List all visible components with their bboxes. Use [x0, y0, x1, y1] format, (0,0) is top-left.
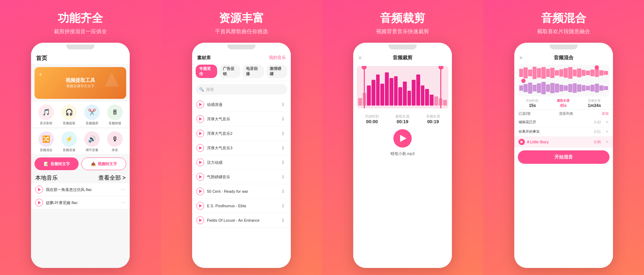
track-play-triangle — [521, 141, 523, 143]
tab-ads[interactable]: 广告促销 — [219, 65, 241, 78]
mix-cut-value: 45s — [557, 103, 570, 108]
mix-track-2[interactable]: A Little Story 0:45 ✕ — [514, 137, 613, 148]
download-icon-2[interactable]: ⬇ — [280, 130, 287, 137]
lib-play-5[interactable] — [196, 173, 204, 181]
download-icon-6[interactable]: ⬇ — [280, 188, 287, 195]
mix-selected-row: 已选3首 混音列表 添加 — [514, 110, 613, 118]
download-icon-7[interactable]: ⬇ — [280, 202, 287, 209]
icon-music-label: 音乐彩铃 — [40, 121, 53, 126]
lib-item-4[interactable]: 活力动感 ⬇ — [192, 155, 291, 170]
audio-icon: 📝 — [44, 162, 49, 166]
track-time-0: 0:42 — [594, 120, 601, 124]
icon-music[interactable]: 🎵 音乐彩铃 — [38, 104, 54, 126]
lib-item-0[interactable]: 动感浪漫 ⬇ — [192, 97, 291, 112]
download-icon-4[interactable]: ⬇ — [280, 159, 287, 166]
lib-play-0[interactable] — [196, 101, 204, 108]
download-icon-1[interactable]: ⬇ — [280, 115, 287, 122]
lib-item-7[interactable]: E.S. Posthumus - Ebla ⬇ — [192, 199, 291, 213]
tab-featured[interactable]: 专题宣传 — [196, 65, 217, 78]
icon-join[interactable]: 🎚 音频拼接 — [107, 104, 123, 126]
mix-track-0[interactable]: 城南花已开 0:42 ✕ — [514, 118, 613, 127]
lib-item-5[interactable]: 气势磅礴音乐 ⬇ — [192, 170, 291, 184]
mix-start-time: 开始时刻 15s — [526, 98, 539, 108]
download-icon-0[interactable]: ⬇ — [280, 101, 287, 108]
mix-audio-len: 音频长度 1m34s — [588, 98, 601, 108]
audio-to-text-button[interactable]: 📝 音频转文字 — [35, 157, 79, 170]
start-mix-button[interactable]: 开始混音 — [518, 150, 609, 164]
lib-mymusic[interactable]: 我的音乐 — [269, 55, 286, 61]
panel4-subtitle: 截取喜欢片段随意融合 — [537, 28, 590, 35]
icon-music-circle: 🎵 — [38, 104, 54, 120]
icons-row-2: 🔀 音频混合 ⚡ 音频变速 🔊 调节音量 🎙 录音 — [31, 128, 130, 154]
panel-audio-cut: 音频裁剪 视频背景音乐快速裁剪 × 音频裁剪 — [322, 0, 483, 275]
lib-play-7[interactable] — [196, 202, 204, 210]
cut-close-icon[interactable]: × — [358, 54, 362, 62]
cut-play-button[interactable] — [393, 129, 412, 148]
section-more[interactable]: 查看全部 > — [98, 174, 126, 182]
panel2-title: 资源丰富 — [219, 11, 264, 26]
tab-intense[interactable]: 激情磅礴 — [266, 65, 288, 78]
icon-record[interactable]: 🎙 录音 — [107, 131, 123, 153]
dots-icon-1[interactable]: ··· — [121, 199, 125, 206]
track-close-0[interactable]: ✕ — [605, 120, 609, 125]
phone-notch-bar-2 — [192, 43, 291, 51]
icon-volume[interactable]: 🔊 调节音量 — [84, 131, 100, 153]
lib-name-5: 气势磅礴音乐 — [207, 174, 277, 180]
cut-handle-right[interactable] — [440, 66, 441, 108]
lib-play-2[interactable] — [196, 130, 204, 137]
cut-handle-left[interactable] — [364, 66, 365, 108]
phone-frame-2: 素材库 我的音乐 专题宣传 广告促销 电音劲爆 激情磅礴 🔍 搜索 动感浪漫 — [192, 43, 291, 268]
video-to-text-button[interactable]: 📤 视频转文字 — [81, 157, 126, 170]
download-icon-3[interactable]: ⬇ — [280, 144, 287, 151]
lib-item-3[interactable]: 浑厚大气音乐3 ⬇ — [192, 141, 291, 155]
phone-notch-3 — [388, 44, 417, 49]
download-icon-8[interactable]: ⬇ — [280, 217, 287, 224]
phone-notch-bar-4 — [514, 43, 613, 51]
lib-item-2[interactable]: 浑厚大气音乐2 ⬇ — [192, 126, 291, 141]
icon-extract[interactable]: 🎧 音频提取 — [61, 104, 77, 126]
mix-track-1[interactable]: 你离开的事实 0:51 ✕ — [514, 127, 613, 137]
search-bar[interactable]: 🔍 搜索 — [196, 84, 287, 95]
panel1-title: 功能齐全 — [58, 11, 103, 26]
track-close-1[interactable]: ✕ — [605, 129, 609, 134]
track-close-2[interactable]: ✕ — [605, 139, 609, 144]
play-icon-1[interactable] — [35, 199, 43, 207]
icon-mix[interactable]: 🔀 音频混合 — [38, 131, 54, 153]
mix-add-button[interactable]: 添加 — [602, 111, 609, 116]
banner-decoration — [103, 71, 121, 88]
tab-electric[interactable]: 电音劲爆 — [243, 65, 264, 78]
lib-item-8[interactable]: Fields Of Locust - An Entrance ⬇ — [192, 213, 291, 228]
download-icon-5[interactable]: ⬇ — [280, 173, 287, 180]
track-play-icon[interactable] — [519, 139, 525, 145]
icon-extract-label: 音频提取 — [63, 121, 75, 126]
sparkle-icon: ✦ — [38, 71, 43, 78]
lib-item-6[interactable]: 50 Cent - Ready for war ⬇ — [192, 184, 291, 199]
mix-close-icon[interactable]: × — [519, 54, 523, 62]
icon-speed-label: 音频变速 — [63, 148, 75, 153]
lib-play-4[interactable] — [196, 159, 204, 166]
mix-dot-top[interactable] — [595, 65, 599, 70]
start-time-label: 开始时刻 — [365, 114, 379, 119]
track-name-0: 城南花已开 — [519, 120, 592, 125]
mix-cut-label: 截取长度 — [557, 98, 570, 103]
panel1-subtitle: 裁剪拼接混音一应俱全 — [54, 28, 107, 35]
mix-dot-middle[interactable] — [521, 79, 526, 83]
mix-screen: × 音频混合 — [514, 51, 613, 268]
music-item-1[interactable]: 赵鹏-叶赛尼娅.flac ··· — [31, 196, 130, 209]
lib-item-1[interactable]: 浑厚大气音乐 ⬇ — [192, 112, 291, 126]
icon-record-label: 录音 — [112, 148, 118, 153]
dots-icon-0[interactable]: ··· — [121, 186, 125, 193]
lib-play-3[interactable] — [196, 144, 204, 152]
play-icon-0[interactable] — [35, 186, 43, 193]
icon-cut[interactable]: ✂️ 音频裁剪 — [84, 104, 100, 126]
lib-play-8[interactable] — [196, 216, 204, 224]
lib-play-6[interactable] — [196, 187, 204, 195]
music-item-0[interactable]: 我在那一角落患过仿风.flac ··· — [31, 183, 130, 196]
track-time-1: 0:51 — [594, 130, 601, 134]
lib-play-1[interactable] — [196, 115, 204, 123]
icon-speed[interactable]: ⚡ 音频变速 — [61, 131, 77, 153]
cut-len-label: 截取长度 — [395, 114, 410, 119]
lib-name-8: Fields Of Locust - An Entrance — [207, 218, 277, 222]
panel4-title: 音频混合 — [541, 11, 586, 26]
home-banner[interactable]: ✦ 视频提取工具 视频直播导出文字 — [35, 67, 126, 99]
